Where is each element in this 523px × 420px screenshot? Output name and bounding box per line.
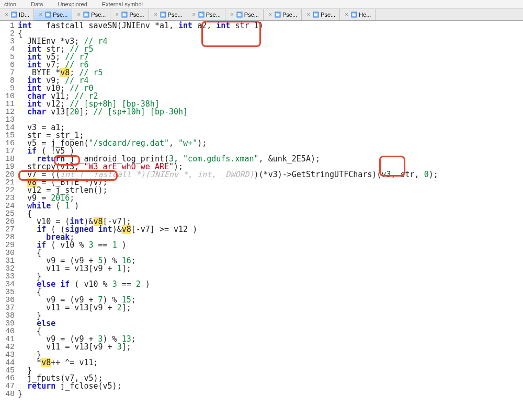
svg-rect-9 [85,13,87,14]
tab-close-icon[interactable]: ✕ [4,12,9,17]
tab-label: Pse... [282,11,297,18]
tab-bar: ✕ID...✕Pse...✕Pse...✕Pse...✕Pse...✕Pse..… [0,9,523,21]
line-number-gutter: 1234567891011121314151617181920212223242… [0,21,17,398]
document-icon [351,11,357,18]
tab-close-icon[interactable]: ✕ [115,12,120,17]
document-icon [121,11,128,18]
svg-rect-26 [237,14,241,15]
tab-label: Pse... [321,11,335,18]
svg-rect-38 [353,14,356,15]
document-icon [236,11,243,18]
svg-rect-30 [276,14,279,15]
toolbar-item[interactable]: Data [31,1,43,7]
tab-close-icon[interactable]: ✕ [191,12,197,17]
tab-close-icon[interactable]: ✕ [268,12,273,17]
document-icon [313,11,319,18]
tab-6[interactable]: ✕Pse... [225,9,264,20]
svg-rect-6 [47,14,50,15]
tab-label: Pse... [168,11,183,18]
svg-rect-33 [314,13,317,14]
svg-rect-22 [199,14,203,15]
svg-rect-2 [13,14,16,15]
svg-rect-3 [13,15,16,16]
toolbar-item[interactable]: External symbol [102,1,143,7]
tab-4[interactable]: ✕Pse... [149,9,187,20]
svg-rect-31 [276,15,279,16]
document-icon [275,11,281,18]
svg-rect-11 [85,15,88,16]
svg-rect-17 [161,13,164,14]
tab-8[interactable]: ✕Pse... [302,9,340,20]
svg-rect-13 [123,13,126,14]
tab-label: Pse... [129,11,144,18]
document-icon [45,11,51,18]
document-icon [11,11,17,18]
tab-label: Pse... [206,11,221,18]
tab-close-icon[interactable]: ✕ [38,12,43,17]
svg-rect-27 [237,15,241,16]
svg-rect-29 [276,13,278,14]
tab-0[interactable]: ✕ID... [0,9,34,20]
document-icon [198,11,204,18]
tab-label: Pse... [91,11,106,18]
svg-rect-7 [47,15,50,16]
toolbar-item[interactable]: ction [4,1,16,7]
svg-rect-10 [85,14,88,15]
svg-rect-39 [353,15,356,16]
svg-rect-14 [123,14,127,15]
tab-close-icon[interactable]: ✕ [76,12,82,17]
tab-label: Pse... [244,11,259,18]
tab-1[interactable]: ✕Pse... [34,9,72,20]
tab-close-icon[interactable]: ✕ [306,12,311,17]
code-body[interactable]: int __fastcall saveSN(JNIEnv *a1, int a2… [17,21,438,398]
svg-rect-15 [123,15,126,16]
tab-close-icon[interactable]: ✕ [230,12,235,17]
pseudocode-view[interactable]: 1234567891011121314151617181920212223242… [0,21,523,398]
svg-rect-25 [237,13,240,14]
svg-rect-19 [161,15,164,16]
document-icon [160,11,166,18]
tab-5[interactable]: ✕Pse... [187,9,225,20]
tab-label: Pse... [53,11,67,18]
tab-2[interactable]: ✕Pse... [72,9,110,20]
svg-rect-35 [314,15,317,16]
toolbar-item[interactable]: Unexplored [58,1,87,7]
tab-close-icon[interactable]: ✕ [344,12,349,17]
svg-rect-37 [353,13,355,14]
tab-close-icon[interactable]: ✕ [153,12,158,17]
tab-7[interactable]: ✕Pse... [264,9,302,20]
svg-rect-21 [199,13,202,14]
tab-label: He... [359,11,371,18]
svg-rect-34 [314,14,318,15]
tab-label: ID... [19,11,29,18]
tab-9[interactable]: ✕He... [340,9,376,20]
svg-rect-18 [161,14,165,15]
tab-3[interactable]: ✕Pse... [110,9,149,20]
top-toolbar: ction Data Unexplored External symbol [0,0,523,9]
svg-rect-23 [199,15,202,16]
document-icon [83,11,89,18]
svg-rect-5 [47,13,49,14]
svg-rect-1 [13,13,15,14]
